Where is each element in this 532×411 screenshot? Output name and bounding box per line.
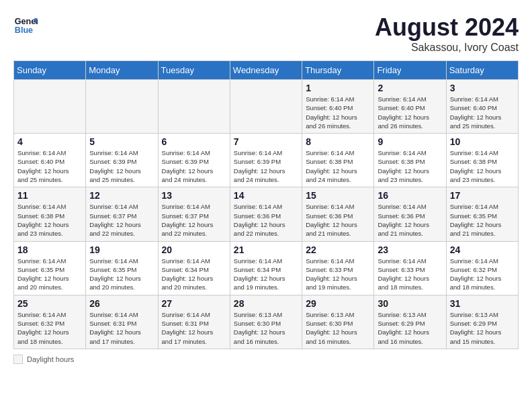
svg-text:Blue: Blue <box>15 26 33 35</box>
day-number: 9 <box>378 136 442 147</box>
page-header: General Blue August 2024 Sakassou, Ivory… <box>13 13 519 54</box>
day-info: Sunrise: 6:14 AM Sunset: 6:38 PM Dayligh… <box>17 202 82 238</box>
day-info: Sunrise: 6:14 AM Sunset: 6:36 PM Dayligh… <box>306 202 370 238</box>
calendar-cell <box>14 80 86 134</box>
day-number: 1 <box>306 83 370 93</box>
day-number: 25 <box>17 298 82 309</box>
day-number: 20 <box>162 244 226 255</box>
calendar-day-header: Sunday <box>14 61 86 80</box>
day-number: 14 <box>234 190 298 201</box>
calendar-cell: 6Sunrise: 6:14 AM Sunset: 6:39 PM Daylig… <box>158 134 230 187</box>
day-number: 26 <box>89 298 154 309</box>
title-block: August 2024 Sakassou, Ivory Coast <box>375 13 519 54</box>
calendar-cell: 15Sunrise: 6:14 AM Sunset: 6:36 PM Dayli… <box>302 187 374 241</box>
day-number: 5 <box>89 136 154 147</box>
day-info: Sunrise: 6:14 AM Sunset: 6:40 PM Dayligh… <box>306 95 370 130</box>
day-info: Sunrise: 6:14 AM Sunset: 6:36 PM Dayligh… <box>378 202 442 238</box>
daylight-box-icon <box>13 355 23 364</box>
calendar-day-header: Saturday <box>446 61 518 80</box>
calendar-cell: 14Sunrise: 6:14 AM Sunset: 6:36 PM Dayli… <box>230 187 302 241</box>
day-number: 19 <box>89 244 154 255</box>
calendar-cell <box>158 80 230 134</box>
calendar-cell: 2Sunrise: 6:14 AM Sunset: 6:40 PM Daylig… <box>374 80 446 134</box>
calendar-cell: 8Sunrise: 6:14 AM Sunset: 6:38 PM Daylig… <box>302 134 374 187</box>
day-number: 23 <box>378 244 442 255</box>
footer: Daylight hours <box>13 355 519 364</box>
day-number: 21 <box>234 244 298 255</box>
day-info: Sunrise: 6:14 AM Sunset: 6:31 PM Dayligh… <box>89 310 154 346</box>
footer-label: Daylight hours <box>27 355 74 363</box>
calendar-cell: 18Sunrise: 6:14 AM Sunset: 6:35 PM Dayli… <box>14 241 86 295</box>
day-number: 27 <box>162 298 226 309</box>
day-info: Sunrise: 6:14 AM Sunset: 6:36 PM Dayligh… <box>234 202 298 238</box>
day-number: 6 <box>162 136 226 147</box>
day-info: Sunrise: 6:14 AM Sunset: 6:39 PM Dayligh… <box>89 148 154 184</box>
calendar-cell <box>230 80 302 134</box>
calendar-cell: 24Sunrise: 6:14 AM Sunset: 6:32 PM Dayli… <box>446 241 518 295</box>
calendar-week-row: 4Sunrise: 6:14 AM Sunset: 6:40 PM Daylig… <box>14 134 519 187</box>
day-number: 18 <box>17 244 82 255</box>
day-number: 11 <box>17 190 82 201</box>
calendar-cell: 5Sunrise: 6:14 AM Sunset: 6:39 PM Daylig… <box>86 134 158 187</box>
calendar-cell: 26Sunrise: 6:14 AM Sunset: 6:31 PM Dayli… <box>86 295 158 349</box>
calendar-week-row: 11Sunrise: 6:14 AM Sunset: 6:38 PM Dayli… <box>14 187 519 241</box>
calendar-cell: 28Sunrise: 6:13 AM Sunset: 6:30 PM Dayli… <box>230 295 302 349</box>
day-info: Sunrise: 6:14 AM Sunset: 6:35 PM Dayligh… <box>450 202 515 238</box>
day-info: Sunrise: 6:14 AM Sunset: 6:40 PM Dayligh… <box>378 95 442 130</box>
calendar-cell: 22Sunrise: 6:14 AM Sunset: 6:33 PM Dayli… <box>302 241 374 295</box>
calendar-week-row: 18Sunrise: 6:14 AM Sunset: 6:35 PM Dayli… <box>14 241 519 295</box>
calendar-day-header: Tuesday <box>158 61 230 80</box>
calendar-cell: 4Sunrise: 6:14 AM Sunset: 6:40 PM Daylig… <box>14 134 86 187</box>
calendar-cell: 11Sunrise: 6:14 AM Sunset: 6:38 PM Dayli… <box>14 187 86 241</box>
day-info: Sunrise: 6:13 AM Sunset: 6:29 PM Dayligh… <box>450 310 515 346</box>
calendar-cell: 20Sunrise: 6:14 AM Sunset: 6:34 PM Dayli… <box>158 241 230 295</box>
day-info: Sunrise: 6:14 AM Sunset: 6:32 PM Dayligh… <box>17 310 82 346</box>
calendar-table: SundayMondayTuesdayWednesdayThursdayFrid… <box>13 60 519 349</box>
day-number: 4 <box>17 136 82 147</box>
calendar-cell: 25Sunrise: 6:14 AM Sunset: 6:32 PM Dayli… <box>14 295 86 349</box>
logo: General Blue <box>13 13 38 38</box>
calendar-day-header: Monday <box>86 61 158 80</box>
logo-icon: General Blue <box>13 13 38 38</box>
calendar-day-header: Wednesday <box>230 61 302 80</box>
day-info: Sunrise: 6:13 AM Sunset: 6:30 PM Dayligh… <box>234 310 298 346</box>
calendar-cell: 27Sunrise: 6:14 AM Sunset: 6:31 PM Dayli… <box>158 295 230 349</box>
day-number: 7 <box>234 136 298 147</box>
day-info: Sunrise: 6:14 AM Sunset: 6:39 PM Dayligh… <box>162 148 226 184</box>
calendar-cell: 12Sunrise: 6:14 AM Sunset: 6:37 PM Dayli… <box>86 187 158 241</box>
day-number: 13 <box>162 190 226 201</box>
day-number: 3 <box>450 83 515 93</box>
day-info: Sunrise: 6:14 AM Sunset: 6:40 PM Dayligh… <box>17 148 82 184</box>
day-number: 12 <box>89 190 154 201</box>
day-number: 24 <box>450 244 515 255</box>
day-number: 30 <box>378 298 442 309</box>
calendar-cell: 3Sunrise: 6:14 AM Sunset: 6:40 PM Daylig… <box>446 80 518 134</box>
day-number: 15 <box>306 190 370 201</box>
day-info: Sunrise: 6:14 AM Sunset: 6:39 PM Dayligh… <box>234 148 298 184</box>
day-info: Sunrise: 6:14 AM Sunset: 6:38 PM Dayligh… <box>450 148 515 184</box>
calendar-cell: 16Sunrise: 6:14 AM Sunset: 6:36 PM Dayli… <box>374 187 446 241</box>
day-info: Sunrise: 6:14 AM Sunset: 6:31 PM Dayligh… <box>162 310 226 346</box>
day-info: Sunrise: 6:14 AM Sunset: 6:35 PM Dayligh… <box>89 257 154 292</box>
day-info: Sunrise: 6:14 AM Sunset: 6:32 PM Dayligh… <box>450 257 515 292</box>
day-info: Sunrise: 6:13 AM Sunset: 6:30 PM Dayligh… <box>306 310 370 346</box>
day-number: 8 <box>306 136 370 147</box>
calendar-cell: 29Sunrise: 6:13 AM Sunset: 6:30 PM Dayli… <box>302 295 374 349</box>
day-number: 17 <box>450 190 515 201</box>
day-number: 31 <box>450 298 515 309</box>
calendar-day-header: Thursday <box>302 61 374 80</box>
day-info: Sunrise: 6:14 AM Sunset: 6:37 PM Dayligh… <box>162 202 226 238</box>
calendar-cell: 21Sunrise: 6:14 AM Sunset: 6:34 PM Dayli… <box>230 241 302 295</box>
calendar-cell: 17Sunrise: 6:14 AM Sunset: 6:35 PM Dayli… <box>446 187 518 241</box>
calendar-cell: 7Sunrise: 6:14 AM Sunset: 6:39 PM Daylig… <box>230 134 302 187</box>
day-info: Sunrise: 6:14 AM Sunset: 6:35 PM Dayligh… <box>17 257 82 292</box>
calendar-day-header: Friday <box>374 61 446 80</box>
day-info: Sunrise: 6:14 AM Sunset: 6:38 PM Dayligh… <box>306 148 370 184</box>
calendar-cell: 31Sunrise: 6:13 AM Sunset: 6:29 PM Dayli… <box>446 295 518 349</box>
calendar-cell: 30Sunrise: 6:13 AM Sunset: 6:29 PM Dayli… <box>374 295 446 349</box>
day-info: Sunrise: 6:14 AM Sunset: 6:34 PM Dayligh… <box>162 257 226 292</box>
day-info: Sunrise: 6:14 AM Sunset: 6:37 PM Dayligh… <box>89 202 154 238</box>
day-info: Sunrise: 6:13 AM Sunset: 6:29 PM Dayligh… <box>378 310 442 346</box>
day-number: 22 <box>306 244 370 255</box>
calendar-header-row: SundayMondayTuesdayWednesdayThursdayFrid… <box>14 61 519 80</box>
